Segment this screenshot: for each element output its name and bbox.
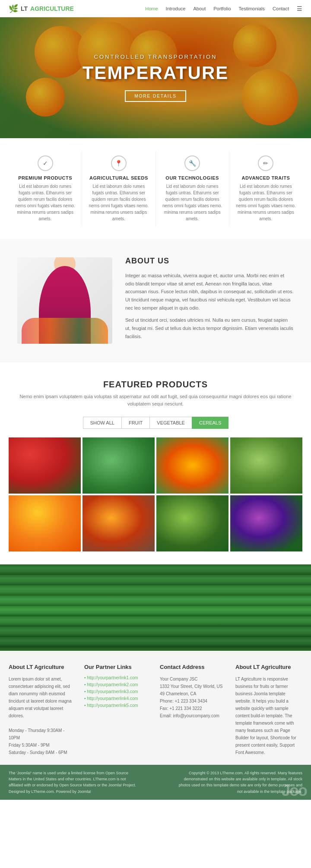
footer-bottom: The 'Joomla!' name is used under a limit… xyxy=(0,765,311,800)
tab-show-all[interactable]: SHOW ALL xyxy=(83,417,122,429)
logo-lt-text: LT xyxy=(21,5,28,12)
footer-address1: 1332 Your Street, City World, US xyxy=(160,684,222,689)
feature-premium-products: ✓ PREMIUM PRODUCTS Lid est laborum dolo … xyxy=(9,151,82,226)
feature-wrench-icon: 🔧 xyxy=(184,155,200,171)
feature-seeds-title: AGRICULTURAL SEEDS xyxy=(89,175,149,181)
tab-fruit[interactable]: FRUIT xyxy=(121,417,150,429)
footer-col-about2: About LT Agriculture LT Agriculture is r… xyxy=(235,664,302,756)
product-image-2 xyxy=(83,437,155,494)
nav-testimonials[interactable]: Testimonials xyxy=(239,6,265,11)
tab-cereals[interactable]: CEREALS xyxy=(192,417,228,429)
site-header: 🌿 LT AGRICULTURE Home Introduce About Po… xyxy=(0,0,311,17)
footer-partner-link-4[interactable]: http://yourpartnerlink4.com xyxy=(84,696,151,701)
footer-contact-title: Contact Address xyxy=(160,664,227,670)
footer-col-contact: Contact Address Your Company JSC 1332 Yo… xyxy=(160,664,227,756)
feature-tech-text: Lid est laborum dolo rumes fugats untras… xyxy=(162,183,222,222)
footer-partner-link-2[interactable]: http://yourpartnerlink2.com xyxy=(84,682,151,687)
footer-company: Your Company JSC xyxy=(160,677,197,681)
nav-contact[interactable]: Contact xyxy=(273,6,289,11)
footer-about-title: About LT Agriculture xyxy=(9,664,76,670)
footer-about2-text: LT Agriculture is responsive business fo… xyxy=(235,675,302,756)
footer-about-text: Lorem ipsum dolor sit amet, consectetuer… xyxy=(9,675,76,756)
hero-text: CONTROLLED TRANSPORTATION TEMPERATURE MO… xyxy=(83,54,229,102)
feature-premium-text: Lid est laborum dolo rumes fugats untras… xyxy=(15,183,75,222)
product-item-1[interactable] xyxy=(9,437,81,494)
product-item-5[interactable] xyxy=(9,495,81,551)
products-title: FEATURED PRODUCTS xyxy=(9,380,302,390)
product-image-8 xyxy=(230,495,302,551)
product-image-7 xyxy=(156,495,228,551)
farm-section xyxy=(0,564,311,651)
footer-partners-title: Our Partner Links xyxy=(84,664,151,670)
feature-agricultural-seeds: 📍 AGRICULTURAL SEEDS Lid est laborum dol… xyxy=(82,151,156,226)
footer-partner-link-5[interactable]: http://yourpartnerlink5.com xyxy=(84,703,151,708)
product-grid xyxy=(9,437,302,551)
footer-main: About LT Agriculture Lorem ipsum dolor s… xyxy=(0,651,311,765)
feature-pin-icon: 📍 xyxy=(111,155,127,171)
product-item-3[interactable] xyxy=(156,437,228,494)
product-item-6[interactable] xyxy=(83,495,155,551)
footer-phone: Phone: +1 223 334 3434 xyxy=(160,699,207,703)
footer-joo-text: Joo xyxy=(282,782,307,800)
nav-portfolio[interactable]: Portfolio xyxy=(213,6,231,11)
hero-title: TEMPERATURE xyxy=(83,63,229,83)
product-image-4 xyxy=(230,437,302,494)
logo-agri-text: AGRICULTURE xyxy=(30,5,74,12)
nav-home[interactable]: Home xyxy=(145,6,158,11)
feature-pencil-icon: ✏ xyxy=(258,155,273,171)
footer-contact-details: Your Company JSC 1332 Your Street, City … xyxy=(160,675,227,719)
products-description: Nemo enim ipsam voluptatem quia voluptas… xyxy=(9,393,302,408)
footer-fax: Fax: +1 221 334 3222 xyxy=(160,706,202,711)
footer-bottom-wrapper: The 'Joomla!' name is used under a limit… xyxy=(0,765,311,800)
feature-technologies: 🔧 OUR TECHNOLOGIES Lid est laborum dolo … xyxy=(156,151,229,226)
feature-traits-text: Lid est laborum dolo rumes fugats untras… xyxy=(236,183,296,222)
about-text-1: Integer ac massa vehicula, viverra augue… xyxy=(125,272,294,312)
farm-overlay xyxy=(0,564,311,651)
footer-email: Email: info@yourcompany.com xyxy=(160,713,219,718)
footer-address2: 49 Chameleon, CA xyxy=(160,691,197,696)
about-text-2: Sed ut tincidunt orci, sodales ultricies… xyxy=(125,316,294,340)
footer-about2-title: About LT Agriculture xyxy=(235,664,302,670)
feature-advanced-traits: ✏ ADVANCED TRAITS Lid est laborum dolo r… xyxy=(229,151,302,226)
product-item-7[interactable] xyxy=(156,495,228,551)
logo-leaf-icon: 🌿 xyxy=(9,4,18,13)
feature-seeds-text: Lid est laborum dolo rumes fugats untras… xyxy=(89,183,149,222)
product-item-2[interactable] xyxy=(83,437,155,494)
product-item-4[interactable] xyxy=(230,437,302,494)
about-title: ABOUT US xyxy=(125,257,294,266)
footer-col-partners: Our Partner Links http://yourpartnerlink… xyxy=(84,664,151,756)
hero-section: CONTROLLED TRANSPORTATION TEMPERATURE MO… xyxy=(0,17,311,138)
main-nav: Home Introduce About Portfolio Testimoni… xyxy=(145,5,302,12)
hero-subtitle: CONTROLLED TRANSPORTATION xyxy=(83,54,229,60)
product-image-5 xyxy=(9,495,81,551)
feature-premium-title: PREMIUM PRODUCTS xyxy=(15,175,75,181)
tab-vegetable[interactable]: VEGETABLE xyxy=(149,417,192,429)
footer-partner-link-1[interactable]: http://yourpartnerlink1.com xyxy=(84,675,151,680)
footer-partner-link-3[interactable]: http://yourpartnerlink3.com xyxy=(84,689,151,694)
product-image-3 xyxy=(156,437,228,494)
products-section: FEATURED PRODUCTS Nemo enim ipsam volupt… xyxy=(0,362,311,564)
about-image xyxy=(17,257,112,344)
nav-about[interactable]: About xyxy=(193,6,206,11)
about-content: ABOUT US Integer ac massa vehicula, vive… xyxy=(125,257,294,345)
about-section: ABOUT US Integer ac massa vehicula, vive… xyxy=(0,239,311,362)
footer-bottom-left: The 'Joomla!' name is used under a limit… xyxy=(9,770,138,795)
product-image-6 xyxy=(83,495,155,551)
product-image-1 xyxy=(9,437,81,494)
feature-traits-title: ADVANCED TRAITS xyxy=(236,175,296,181)
hero-button[interactable]: MORE DETAILS xyxy=(125,90,186,102)
nav-introduce[interactable]: Introduce xyxy=(166,6,186,11)
about-veggies-decor xyxy=(22,318,108,344)
nav-menu-icon[interactable]: ☰ xyxy=(297,5,302,12)
features-section: ✓ PREMIUM PRODUCTS Lid est laborum dolo … xyxy=(0,138,311,239)
feature-tech-title: OUR TECHNOLOGIES xyxy=(162,175,222,181)
logo[interactable]: 🌿 LT AGRICULTURE xyxy=(9,4,74,13)
product-item-8[interactable] xyxy=(230,495,302,551)
footer-col-about: About LT Agriculture Lorem ipsum dolor s… xyxy=(9,664,76,756)
feature-check-icon: ✓ xyxy=(38,155,53,171)
product-tabs: SHOW ALL FRUIT VEGETABLE CEREALS xyxy=(9,417,302,429)
